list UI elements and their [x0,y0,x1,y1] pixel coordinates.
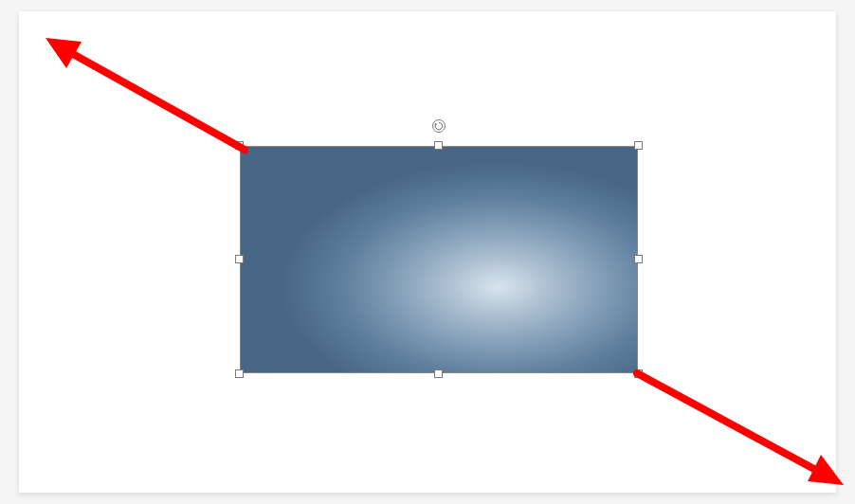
rotate-icon [434,121,444,131]
resize-handle-top-left[interactable] [235,141,244,150]
resize-handle-middle-left[interactable] [235,255,244,263]
annotation-arrow-bottom-right [626,362,853,495]
annotation-arrow-top-left [38,28,256,161]
resize-handle-bottom-right[interactable] [634,369,643,378]
slide-canvas[interactable] [19,11,836,493]
rotation-handle[interactable] [432,119,446,133]
resize-handle-middle-right[interactable] [634,255,643,263]
resize-handle-bottom-center[interactable] [434,369,443,378]
resize-handle-top-center[interactable] [434,141,443,150]
resize-handle-bottom-left[interactable] [235,369,244,378]
resize-handle-top-right[interactable] [634,141,643,150]
selected-shape-container [240,146,638,373]
gradient-rectangle-shape[interactable] [240,146,638,373]
